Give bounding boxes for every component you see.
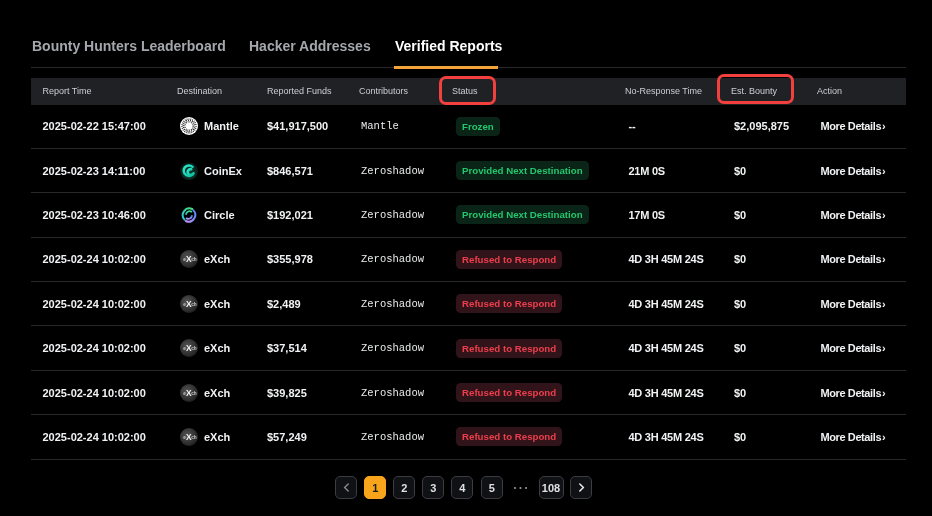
svg-text:ch: ch: [191, 435, 197, 440]
svg-text:ch: ch: [191, 257, 197, 262]
svg-text:ch: ch: [191, 346, 197, 351]
svg-text:ch: ch: [191, 391, 197, 396]
svg-text:ch: ch: [191, 302, 197, 307]
